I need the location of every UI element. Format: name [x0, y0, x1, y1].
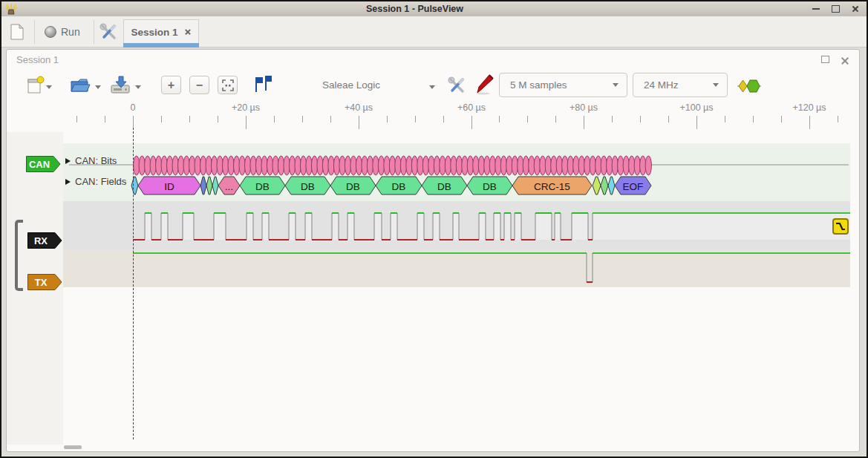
trace-plot[interactable]: ID...DBDBDBDBDBDBCRC-15EOF [63, 132, 850, 444]
ruler-tick [105, 116, 105, 122]
ruler-tick-label: +60 µs [442, 102, 501, 113]
can-field-annotation[interactable] [608, 177, 615, 194]
ruler-tick-label: +100 µs [667, 102, 726, 113]
ruler-tick [471, 116, 472, 129]
svg-text:DB: DB [437, 181, 451, 192]
ruler-tick [161, 116, 162, 122]
ruler-tick [725, 116, 725, 122]
decoder-tag-can[interactable]: CAN [26, 156, 62, 172]
svg-text:DB: DB [392, 181, 406, 192]
ruler-tick-label: +80 µs [554, 102, 613, 113]
can-bits-row[interactable] [134, 156, 652, 175]
expand-arrow-icon[interactable] [65, 158, 71, 164]
svg-text:TX: TX [35, 277, 48, 288]
close-icon[interactable] [852, 5, 859, 13]
run-icon[interactable] [45, 26, 56, 38]
minimize-icon[interactable] [812, 8, 820, 10]
can-field-annotation[interactable] [212, 177, 218, 194]
main-toolbar: Run Session 1 [1, 16, 867, 48]
channel-group-bracket [15, 220, 23, 291]
ruler-tick [189, 116, 190, 122]
svg-text:DB: DB [346, 181, 360, 192]
ruler-tick-label: +20 µs [216, 102, 275, 113]
ruler-tick [302, 116, 303, 122]
ruler-tick [753, 116, 754, 122]
mdi-area: Session 1 + − [1, 48, 867, 457]
time-cursor[interactable] [133, 128, 134, 439]
ruler-tick [443, 116, 444, 122]
time-ruler[interactable]: 0+20 µs+40 µs+60 µs+80 µs+100 µs+120 µs [1, 48, 867, 129]
decoder-row-fields[interactable]: CAN: Fields [65, 176, 126, 187]
ruler-tick [499, 116, 500, 122]
ruler-tick [330, 116, 331, 122]
rx-wave[interactable] [133, 213, 850, 240]
separator [94, 20, 94, 44]
ruler-tick [274, 116, 275, 122]
ruler-tick [809, 116, 810, 129]
tab-label: Session 1 [131, 27, 177, 38]
ruler-tick [76, 116, 77, 122]
ruler-tick [612, 116, 613, 122]
ruler-tick [781, 116, 782, 122]
decoder-row-bits[interactable]: CAN: Bits [65, 155, 117, 166]
new-session-icon[interactable] [9, 23, 25, 41]
ruler-tick [218, 116, 218, 122]
svg-text:...: ... [225, 181, 233, 192]
titlebar: Session 1 - PulseView [1, 1, 867, 16]
can-field-annotation[interactable] [601, 177, 608, 194]
svg-text:RX: RX [34, 235, 48, 246]
tab-session-1[interactable]: Session 1 [123, 19, 199, 44]
separator [34, 20, 35, 44]
expand-arrow-icon[interactable] [65, 179, 71, 185]
app-icon [5, 3, 17, 15]
maximize-icon[interactable] [832, 5, 840, 13]
svg-text:CAN: CAN [29, 159, 50, 170]
svg-text:ID: ID [164, 181, 174, 192]
decoder-row-bits-label: CAN: Bits [75, 155, 117, 166]
channel-tag-tx[interactable]: TX [27, 274, 63, 290]
svg-text:DB: DB [255, 181, 270, 192]
ruler-tick [584, 116, 584, 129]
decoder-row-fields-label: CAN: Fields [75, 176, 126, 187]
can-field-annotation[interactable] [200, 177, 206, 194]
ruler-tick-label: +40 µs [329, 102, 388, 113]
run-button[interactable]: Run [61, 26, 80, 38]
ruler-tick [387, 116, 388, 122]
ruler-tick [640, 116, 641, 122]
ruler-tick [696, 116, 697, 129]
tx-wave[interactable] [133, 253, 850, 282]
svg-text:DB: DB [301, 181, 315, 192]
can-field-annotation[interactable] [206, 177, 212, 194]
svg-text:EOF: EOF [623, 181, 644, 192]
ruler-tick [415, 116, 416, 122]
svg-text:CRC-15: CRC-15 [534, 181, 570, 192]
can-fields-row[interactable]: ID...DBDBDBDBDBDBCRC-15EOF [131, 177, 651, 194]
channel-tag-rx[interactable]: RX [27, 232, 63, 249]
pulseview-window: Session 1 - PulseView Run Session 1 [0, 0, 868, 458]
falling-edge-icon [835, 220, 846, 232]
can-field-annotation[interactable] [593, 177, 601, 194]
ruler-tick [668, 116, 669, 122]
settings-wrench-icon[interactable] [99, 23, 117, 41]
ruler-tick-label: +120 µs [780, 102, 839, 113]
window-title: Session 1 - PulseView [17, 4, 812, 14]
ruler-tick [527, 116, 528, 122]
trigger-marker[interactable] [832, 218, 849, 235]
ruler-tick [246, 116, 247, 129]
tab-close-icon[interactable] [185, 29, 192, 36]
ruler-tick [555, 116, 556, 122]
ruler-tick [359, 116, 359, 129]
ruler-tick-label: 0 [103, 102, 163, 113]
horizontal-scrollbar-handle[interactable] [64, 445, 82, 449]
ruler-tick [838, 116, 838, 122]
svg-text:DB: DB [483, 181, 497, 192]
